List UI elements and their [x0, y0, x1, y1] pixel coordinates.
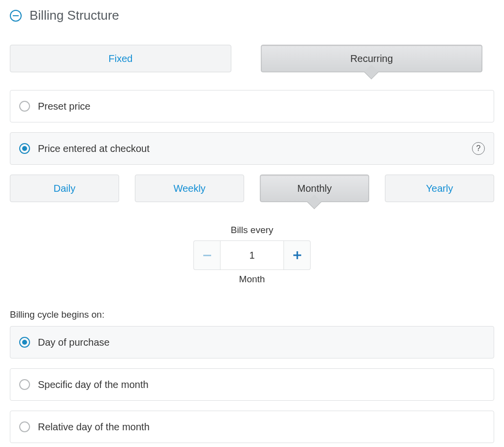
svg-rect-2: [296, 251, 298, 259]
radio-label: Price entered at checkout: [38, 143, 472, 154]
cycle-heading: Billing cycle begins on:: [10, 309, 494, 320]
quantity-stepper: 1: [193, 240, 311, 270]
stepper-value[interactable]: 1: [220, 240, 284, 270]
tab-label: Fixed: [109, 53, 133, 64]
radio-label: Specific day of the month: [38, 379, 485, 390]
tab-label: Weekly: [173, 183, 205, 194]
tab-monthly[interactable]: Monthly: [260, 175, 369, 202]
radio-icon: [19, 143, 30, 154]
radio-day-of-purchase[interactable]: Day of purchase: [10, 326, 494, 358]
minus-icon: [202, 250, 212, 260]
tab-recurring[interactable]: Recurring: [261, 45, 482, 72]
radio-label: Relative day of the month: [38, 421, 485, 433]
collapse-icon[interactable]: [10, 10, 22, 22]
radio-specific-day[interactable]: Specific day of the month: [10, 368, 494, 401]
tab-daily[interactable]: Daily: [10, 175, 119, 202]
bills-every-unit: Month: [10, 274, 494, 285]
radio-relative-day[interactable]: Relative day of the month: [10, 411, 494, 443]
radio-price-at-checkout[interactable]: Price entered at checkout ?: [10, 132, 494, 165]
section-title: Billing Structure: [30, 8, 119, 23]
tab-yearly[interactable]: Yearly: [385, 175, 494, 202]
tab-fixed[interactable]: Fixed: [10, 45, 231, 72]
plus-icon: [292, 250, 302, 260]
tab-label: Daily: [54, 183, 75, 194]
stepper-decrement[interactable]: [193, 240, 220, 270]
interval-tabs: Daily Weekly Monthly Yearly: [10, 175, 494, 202]
help-icon[interactable]: ?: [472, 142, 485, 155]
tab-label: Recurring: [350, 53, 393, 64]
radio-icon: [19, 421, 30, 432]
radio-label: Preset price: [38, 101, 485, 112]
tab-label: Yearly: [426, 183, 453, 194]
tab-weekly[interactable]: Weekly: [135, 175, 244, 202]
section-header: Billing Structure: [10, 8, 494, 23]
radio-icon: [19, 101, 30, 112]
radio-preset-price[interactable]: Preset price: [10, 90, 494, 122]
bills-every-label: Bills every: [10, 225, 494, 236]
radio-icon: [19, 337, 30, 348]
bills-every-block: Bills every 1 Month: [10, 225, 494, 285]
svg-rect-0: [203, 255, 211, 256]
tab-label: Monthly: [297, 183, 332, 194]
radio-icon: [19, 379, 30, 390]
stepper-increment[interactable]: [284, 240, 311, 270]
billing-type-tabs: Fixed Recurring: [10, 45, 494, 72]
radio-label: Day of purchase: [38, 337, 485, 348]
